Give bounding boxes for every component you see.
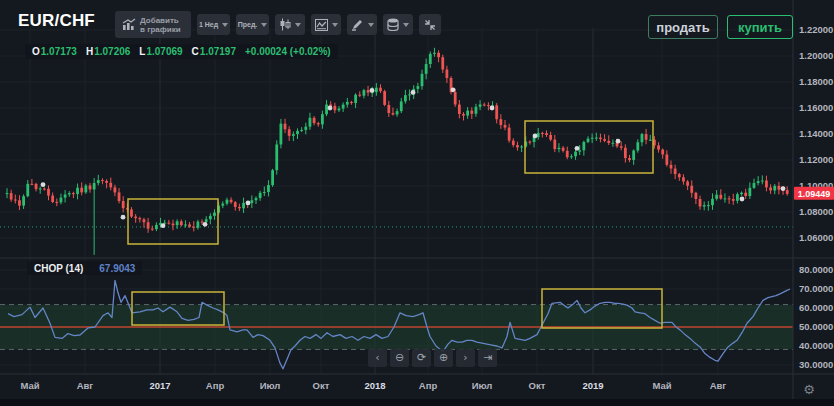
svg-text:1.20000: 1.20000 — [799, 50, 833, 61]
svg-text:Апр: Апр — [419, 380, 438, 391]
svg-text:1.14000: 1.14000 — [799, 128, 833, 139]
chop-name: CHOP (14) — [34, 263, 83, 274]
svg-text:1.08000: 1.08000 — [799, 206, 833, 217]
svg-text:70.0000: 70.0000 — [799, 283, 833, 294]
timeframe-label: 1 Нед — [199, 21, 218, 28]
data-source-dropdown[interactable] — [383, 14, 413, 35]
svg-text:Июл: Июл — [260, 380, 281, 391]
symbol-title: EUR/CHF — [18, 11, 95, 31]
gear-icon: ⚙ — [803, 382, 815, 397]
svg-text:1.06000: 1.06000 — [799, 232, 833, 243]
candlestick-icon — [279, 18, 291, 31]
collapse-icon — [424, 19, 436, 31]
svg-text:Май: Май — [20, 380, 39, 391]
open-value: 1.07173 — [41, 46, 77, 57]
highlight-box — [525, 121, 653, 173]
svg-text:2019: 2019 — [582, 380, 603, 391]
chart-canvas[interactable]: 1.220001.200001.180001.160001.140001.120… — [0, 0, 834, 406]
last-price-value: 1.09449 — [798, 189, 831, 199]
svg-text:2018: 2018 — [364, 380, 385, 391]
svg-text:Июл: Июл — [472, 380, 493, 391]
timeframe-dropdown[interactable]: 1 Нед — [197, 14, 230, 35]
change-value: +0.00024 (+0.02%) — [245, 46, 331, 57]
reset-view-button[interactable]: ⟳ — [412, 349, 431, 367]
trading-terminal: 1.220001.200001.180001.160001.140001.120… — [0, 0, 834, 406]
go-to-end-button[interactable]: ⇥ — [478, 349, 497, 367]
collapse-chart-button[interactable] — [419, 14, 441, 35]
chevron-down-icon — [261, 23, 267, 27]
add-to-charts-button[interactable]: Добавить в графики — [115, 11, 191, 38]
svg-text:Авг: Авг — [710, 380, 727, 391]
svg-text:2017: 2017 — [149, 380, 170, 391]
pan-right-button[interactable]: › — [456, 349, 475, 367]
high-value: 1.07206 — [94, 46, 130, 57]
close-value: 1.07197 — [200, 46, 236, 57]
svg-text:60.0000: 60.0000 — [799, 302, 833, 313]
svg-text:Окт: Окт — [529, 380, 546, 391]
pan-left-icon: ‹ — [375, 351, 379, 364]
range-dropdown[interactable]: Пред. — [236, 14, 269, 35]
open-label: O — [32, 46, 40, 57]
svg-text:50.0000: 50.0000 — [799, 321, 833, 332]
svg-text:40.0000: 40.0000 — [799, 340, 833, 351]
bottom-edge — [0, 399, 834, 406]
chop-value: 67.9043 — [99, 263, 135, 274]
pan-left-button[interactable]: ‹ — [368, 349, 387, 367]
chart-style-dropdown[interactable] — [275, 14, 305, 35]
chart-nav-toolbar: ‹ ⊖ ⟳ ⊕ › ⇥ — [368, 349, 497, 367]
zoom-in-button[interactable]: ⊕ — [434, 349, 453, 367]
chop-legend: CHOP (14) 67.9043 — [27, 261, 142, 275]
chevron-down-icon — [295, 23, 301, 27]
chevron-down-icon — [332, 23, 338, 27]
buy-button[interactable]: купить — [727, 15, 793, 39]
candles-layer — [6, 48, 789, 255]
chevron-down-icon — [368, 23, 374, 27]
chevron-down-icon — [222, 23, 228, 27]
svg-text:1.18000: 1.18000 — [799, 76, 833, 87]
indicators-dropdown[interactable] — [311, 14, 341, 35]
svg-text:30.0000: 30.0000 — [799, 359, 833, 370]
drawing-tools-dropdown[interactable] — [347, 14, 377, 35]
svg-text:Май: Май — [652, 380, 671, 391]
svg-text:Окт: Окт — [313, 380, 330, 391]
sell-button[interactable]: продать — [648, 15, 718, 39]
svg-text:Авг: Авг — [77, 380, 94, 391]
svg-text:Апр: Апр — [206, 380, 225, 391]
bar-chart-icon — [122, 18, 136, 31]
svg-text:1.12000: 1.12000 — [799, 154, 833, 165]
ohlc-legend: O1.07173 H1.07206 L1.07069 C1.07197 +0.0… — [25, 44, 338, 59]
chevron-down-icon — [403, 23, 409, 27]
axis-settings-button[interactable]: ⚙ — [799, 380, 819, 398]
go-to-end-icon: ⇥ — [483, 351, 492, 364]
indicator-chart-icon — [315, 19, 328, 31]
svg-text:80.0000: 80.0000 — [799, 264, 833, 275]
range-label: Пред. — [238, 21, 258, 28]
database-icon — [387, 18, 399, 31]
reset-view-icon: ⟳ — [417, 351, 426, 364]
add-to-charts-label: Добавить в графики — [140, 16, 184, 34]
pan-right-icon: › — [463, 351, 467, 364]
zoom-out-icon: ⊖ — [395, 351, 404, 364]
close-label: C — [192, 46, 199, 57]
high-label: H — [86, 46, 93, 57]
pencil-icon — [351, 18, 364, 31]
low-value: 1.07069 — [146, 46, 182, 57]
low-label: L — [139, 46, 145, 57]
zoom-in-icon: ⊕ — [439, 351, 448, 364]
svg-text:1.16000: 1.16000 — [799, 102, 833, 113]
svg-text:1.22000: 1.22000 — [799, 24, 833, 35]
zoom-out-button[interactable]: ⊖ — [390, 349, 409, 367]
